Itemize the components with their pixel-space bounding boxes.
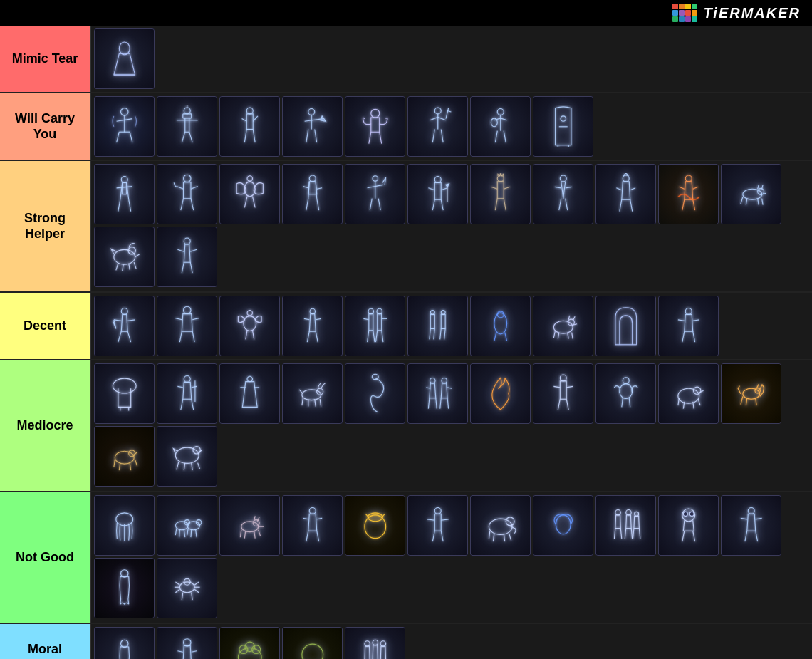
item-card[interactable] [595, 296, 656, 356]
item-card[interactable] [658, 363, 719, 424]
item-card[interactable] [407, 296, 468, 356]
svg-point-32 [247, 310, 252, 315]
item-card[interactable] [219, 363, 280, 424]
item-card[interactable] [157, 296, 217, 356]
item-card[interactable] [407, 164, 468, 224]
svg-point-70 [241, 522, 259, 532]
svg-point-83 [683, 512, 687, 516]
item-card[interactable] [721, 495, 781, 556]
svg-point-87 [179, 582, 194, 593]
svg-point-48 [247, 376, 252, 381]
item-card[interactable] [157, 363, 217, 424]
item-card[interactable] [470, 495, 531, 556]
svg-point-77 [506, 517, 514, 526]
item-card[interactable] [157, 627, 217, 659]
item-card[interactable] [533, 363, 593, 424]
item-card[interactable] [470, 296, 531, 356]
item-card[interactable] [470, 96, 531, 157]
svg-point-75 [434, 507, 441, 514]
svg-point-64 [193, 446, 200, 453]
svg-point-27 [114, 249, 135, 264]
item-card[interactable] [219, 296, 280, 356]
item-card[interactable] [595, 164, 656, 224]
tier-label-strong-helper: Strong Helper [0, 161, 90, 291]
item-card[interactable] [94, 296, 155, 356]
item-card[interactable] [219, 96, 280, 157]
item-card[interactable] [658, 164, 719, 224]
item-card[interactable] [282, 495, 343, 556]
svg-point-2 [120, 108, 127, 115]
item-card[interactable] [345, 363, 405, 424]
item-card[interactable] [282, 96, 343, 157]
svg-rect-4 [183, 114, 192, 118]
item-card[interactable] [219, 627, 280, 659]
svg-point-45 [113, 378, 136, 393]
svg-point-17 [309, 175, 316, 182]
svg-point-95 [302, 644, 323, 659]
item-card[interactable] [345, 96, 405, 157]
item-card[interactable] [94, 227, 155, 287]
item-card[interactable] [470, 164, 531, 224]
item-card[interactable] [533, 495, 593, 556]
item-card[interactable] [94, 426, 155, 487]
item-card[interactable] [219, 164, 280, 224]
item-card[interactable] [94, 495, 155, 556]
item-card[interactable] [345, 495, 405, 556]
item-card[interactable] [721, 363, 781, 424]
item-card[interactable] [157, 96, 217, 157]
item-card[interactable] [157, 495, 217, 556]
svg-point-56 [620, 383, 633, 398]
item-card[interactable] [157, 164, 217, 224]
item-card[interactable] [595, 363, 656, 424]
item-card[interactable] [533, 164, 593, 224]
item-card[interactable] [94, 627, 155, 659]
item-card[interactable] [282, 363, 343, 424]
item-card[interactable] [470, 363, 531, 424]
item-card[interactable] [533, 96, 593, 157]
svg-point-52 [430, 378, 434, 383]
svg-point-65 [116, 513, 133, 526]
item-card[interactable] [345, 296, 405, 356]
tier-items-not-good [90, 492, 812, 623]
svg-point-37 [430, 310, 434, 314]
svg-point-85 [748, 507, 754, 514]
tier-items-will-carry-you [90, 93, 812, 160]
item-card[interactable] [94, 558, 155, 618]
tier-label-mediocre: Mediocre [0, 360, 90, 491]
item-card[interactable] [595, 495, 656, 556]
item-card[interactable] [658, 495, 719, 556]
svg-point-72 [309, 507, 316, 514]
tier-label-decent: Decent [0, 293, 90, 359]
svg-point-53 [442, 378, 447, 383]
item-card[interactable] [157, 227, 217, 287]
svg-point-79 [615, 509, 620, 514]
item-card[interactable] [407, 363, 468, 424]
tier-row-will-carry-you: Will Carry You [0, 93, 812, 161]
item-card[interactable] [282, 164, 343, 224]
item-card[interactable] [94, 164, 155, 224]
svg-point-24 [685, 175, 692, 182]
item-card[interactable] [345, 627, 405, 659]
item-card[interactable] [721, 164, 781, 224]
item-card[interactable] [219, 495, 280, 556]
svg-point-86 [120, 569, 127, 576]
item-card[interactable] [407, 96, 468, 157]
item-card[interactable] [407, 495, 468, 556]
tier-items-mimic-tear [90, 26, 812, 92]
item-card[interactable] [282, 296, 343, 356]
item-card[interactable] [94, 28, 155, 89]
svg-point-98 [380, 640, 385, 645]
item-card[interactable] [533, 296, 593, 356]
item-card[interactable] [94, 363, 155, 424]
item-card[interactable] [157, 558, 217, 618]
svg-point-22 [560, 175, 566, 182]
svg-point-12 [561, 116, 566, 121]
item-card[interactable] [282, 627, 343, 659]
svg-point-55 [623, 377, 629, 383]
item-card[interactable] [157, 426, 217, 487]
item-card[interactable] [345, 164, 405, 224]
item-card[interactable] [658, 296, 719, 356]
item-card[interactable] [94, 96, 155, 157]
svg-point-3 [184, 108, 190, 114]
svg-point-49 [302, 390, 321, 400]
